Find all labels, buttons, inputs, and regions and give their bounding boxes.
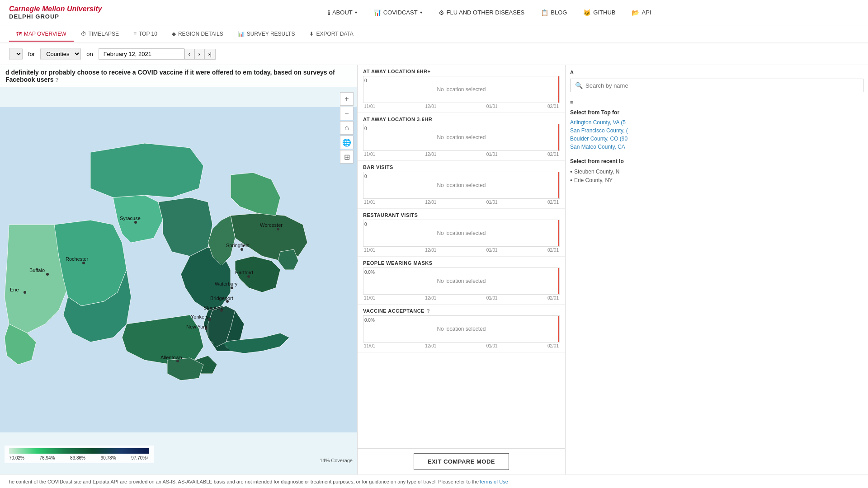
chart-2: 0 No location selected (363, 172, 560, 199)
terms-of-use-link[interactable]: Terms of Use (479, 479, 508, 484)
svg-point-22 (46, 273, 49, 276)
nav-covidcast-label: COVIDCAST (383, 9, 418, 16)
chart-axis-0: 11/01 12/01 01/01 02/01 (363, 104, 560, 109)
section-title-3: RESTAURANT VISITS (363, 212, 560, 218)
no-data-5: No location selected (363, 316, 559, 342)
svg-text:Springfield: Springfield (226, 243, 250, 248)
section-title-0: AT AWAY LOCATION 6HR+ (363, 69, 560, 74)
chart-3: 0 No location selected (363, 220, 560, 247)
tab-export-data[interactable]: ⬇ EXPORT DATA (302, 27, 360, 42)
svg-point-30 (208, 318, 211, 321)
svg-point-25 (277, 228, 279, 230)
map-legend: 70.02% 76.94% 83.86% 90.78% 97.70%+ (5, 446, 154, 463)
recent-title: Select from recent lo (570, 158, 863, 164)
no-data-2: No location selected (363, 172, 559, 198)
search-input-container[interactable]: 🔍 (570, 79, 863, 92)
chart-red-bar-2 (558, 172, 559, 198)
nav-covidcast[interactable]: 📊 COVIDCAST ▾ (370, 7, 426, 18)
date-input[interactable] (99, 48, 184, 60)
legend-labels: 70.02% 76.94% 83.86% 90.78% 97.70%+ (9, 455, 149, 460)
top-location-2[interactable]: Boulder County, CO (90 (570, 136, 863, 142)
svg-text:Allentown: Allentown (160, 355, 182, 360)
main-content: d definitely or probably choose to recei… (0, 65, 868, 474)
tab-timelapse[interactable]: ⏱ TIMELAPSE (74, 27, 126, 42)
recent-item-0[interactable]: • Steuben County, N (570, 168, 863, 175)
section-title-2: BAR VISITS (363, 164, 560, 170)
exit-compare-button[interactable]: EXIT COMPARE MODE (414, 453, 509, 470)
nav-api[interactable]: 📂 API (628, 7, 655, 18)
search-icon: 🔍 (575, 82, 583, 89)
svg-text:Bridgeport: Bridgeport (210, 296, 233, 301)
svg-text:Yonkers: Yonkers (191, 314, 209, 319)
date-last-button[interactable]: ›| (204, 49, 216, 60)
chart-axis-1: 11/01 12/01 01/01 02/01 (363, 152, 560, 157)
svg-text:Rochester: Rochester (66, 256, 88, 262)
chart-axis-3: 11/01 12/01 01/01 02/01 (363, 248, 560, 253)
blog-icon: 📋 (541, 9, 548, 16)
compare-section-5: VACCINE ACCEPTANCE ? 0.0% No location se… (358, 305, 565, 352)
bullet-icon-0: • (570, 168, 572, 175)
date-navigation: ‹ › ›| (99, 48, 216, 60)
compare-label: A (570, 70, 863, 75)
nav-api-label: API (642, 9, 651, 16)
tab-survey-results[interactable]: 📊 SURVEY RESULTS (231, 27, 302, 42)
compare-section-3: RESTAURANT VISITS 0 No location selected… (358, 209, 565, 257)
zoom-out-button[interactable]: − (340, 107, 354, 120)
zoom-in-button[interactable]: + (340, 92, 354, 106)
nav-github[interactable]: 🐱 GITHUB (580, 7, 619, 18)
region-type-select[interactable]: Counties (40, 48, 81, 60)
nav-about-label: ABOUT (332, 9, 353, 16)
tab-region-details[interactable]: ◆ REGION DETAILS (165, 27, 231, 42)
recent-section: Select from recent lo • Steuben County, … (570, 158, 863, 185)
chart-axis-4: 11/01 12/01 01/01 02/01 (363, 296, 560, 300)
chart-axis-5: 11/01 12/01 01/01 02/01 (363, 343, 560, 348)
date-prev-button[interactable]: ‹ (184, 49, 194, 60)
map-svg[interactable]: Rochester Syracuse Buffalo Erie Springfi… (0, 65, 357, 474)
svg-point-26 (247, 275, 250, 278)
top-location-0[interactable]: Arlington County, VA (5 (570, 119, 863, 126)
chart-red-bar-0 (558, 76, 559, 103)
tab-top10[interactable]: ≡ TOP 10 (126, 27, 165, 42)
info-icon: ℹ (328, 9, 330, 16)
home-button[interactable]: ⌂ (340, 121, 354, 135)
nav-github-label: GITHUB (593, 9, 615, 16)
globe-button[interactable]: 🌐 (340, 136, 354, 149)
svg-point-20 (82, 262, 85, 264)
region-icon: ◆ (172, 31, 176, 37)
chart-red-bar-5 (558, 316, 559, 342)
compare-section-2: BAR VISITS 0 No location selected 11/01 … (358, 161, 565, 209)
date-next-button[interactable]: › (194, 49, 204, 60)
help-icon[interactable]: ? (56, 77, 59, 83)
vaccine-help-icon[interactable]: ? (427, 308, 430, 314)
svg-marker-6 (90, 143, 203, 197)
survey-icon: 📊 (238, 31, 245, 37)
nav-flu[interactable]: ⚙ FLU AND OTHER DISEASES (435, 7, 528, 18)
svg-point-23 (24, 291, 26, 294)
svg-point-21 (134, 221, 137, 224)
timelapse-icon: ⏱ (81, 31, 86, 37)
map-area[interactable]: d definitely or probably choose to recei… (0, 65, 357, 474)
top-location-1[interactable]: San Francisco County, ( (570, 127, 863, 134)
no-data-4: No location selected (363, 268, 559, 294)
chart-red-bar-1 (558, 124, 559, 150)
compare-scroll[interactable]: AT AWAY LOCATION 6HR+ 0 No location sele… (358, 65, 565, 448)
layers-button[interactable]: ⊞ (340, 150, 354, 164)
nav-about[interactable]: ℹ ABOUT ▾ (324, 7, 361, 18)
footer: he content of the COVIDcast site and Epi… (0, 474, 868, 488)
logo-area: Carnegie Mellon University DELPHI GROUP (9, 5, 102, 20)
legend-color-bar (9, 448, 149, 454)
cmu-logo[interactable]: Carnegie Mellon University (9, 5, 102, 13)
compare-section-1: AT AWAY LOCATION 3-6HR 0 No location sel… (358, 113, 565, 161)
chart-icon: 📊 (373, 9, 381, 16)
chart-4: 0.0% No location selected (363, 267, 560, 295)
recent-item-1[interactable]: • Erie County, NY (570, 177, 863, 184)
map-description: d definitely or probably choose to recei… (0, 65, 357, 87)
search-input[interactable] (585, 82, 859, 89)
svg-text:Waterbury: Waterbury (215, 281, 238, 286)
svg-text:Hartford: Hartford (235, 270, 253, 275)
top-location-3[interactable]: San Mateo County, CA (570, 144, 863, 150)
signal-select[interactable]: ⬆ (9, 48, 23, 60)
nav-blog[interactable]: 📋 BLOG (537, 7, 571, 18)
tab-map-overview[interactable]: 🗺 MAP OVERVIEW (9, 27, 74, 42)
section-title-1: AT AWAY LOCATION 3-6HR (363, 117, 560, 122)
